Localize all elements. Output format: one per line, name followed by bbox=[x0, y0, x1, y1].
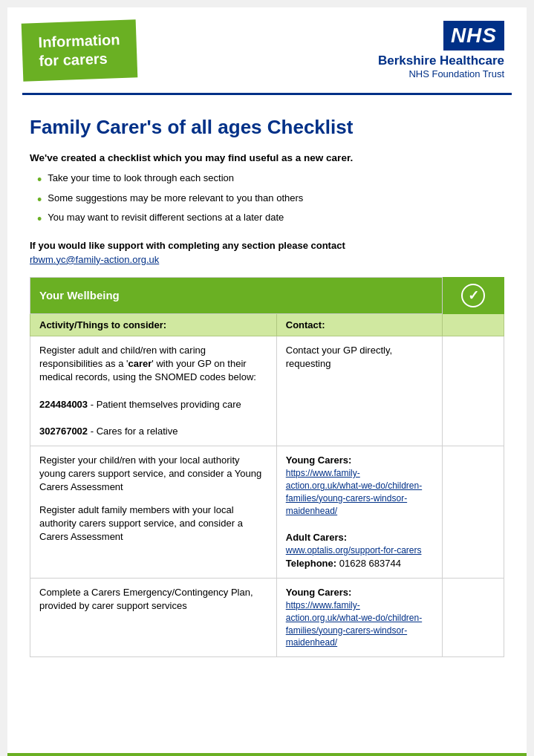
info-carers-badge: Information for carers bbox=[22, 19, 138, 81]
young-carers-label-2: Young Carers: bbox=[286, 454, 433, 467]
col-header-row: Activity/Things to consider: Contact: bbox=[30, 313, 504, 336]
page-title: Family Carer's of all ages Checklist bbox=[30, 116, 504, 139]
bullet-text-3: You may want to revisit different sectio… bbox=[48, 212, 284, 223]
young-carers-link-2[interactable]: https://www.family-action.org.uk/what-we… bbox=[286, 467, 433, 517]
table-row: Register adult and child/ren with caring… bbox=[30, 336, 504, 446]
snomed-desc-1: - Patient themselves providing care bbox=[91, 399, 241, 410]
section-header-row: Your Wellbeing ✓ bbox=[30, 277, 504, 313]
contact-email-link[interactable]: rbwm.yc@family-action.org.uk bbox=[30, 254, 504, 265]
telephone-number: 01628 683744 bbox=[339, 558, 401, 569]
main-content: Family Carer's of all ages Checklist We'… bbox=[7, 95, 527, 672]
header: Information for carers NHS Berkshire Hea… bbox=[7, 7, 527, 93]
check-cell-3 bbox=[443, 578, 504, 656]
bullet-text-1: Take your time to look through each sect… bbox=[48, 172, 234, 183]
bullet-dot-2: • bbox=[37, 192, 42, 209]
snomed-desc-2: - Cares for a relative bbox=[91, 426, 178, 437]
section-header-label: Your Wellbeing bbox=[30, 277, 443, 313]
bullet-dot-1: • bbox=[37, 172, 42, 189]
young-carers-label-3: Young Carers: bbox=[286, 586, 433, 599]
table-row: Register your child/ren with your local … bbox=[30, 446, 504, 579]
snomed-code-1: 224484003 bbox=[39, 399, 88, 410]
telephone-row: Telephone: 01628 683744 bbox=[286, 557, 433, 570]
section-check-cell: ✓ bbox=[443, 277, 504, 313]
adult-carers-label-2: Adult Carers: bbox=[286, 531, 433, 544]
contact-cell-1: Contact your GP directly, requesting bbox=[276, 336, 442, 446]
contact-col-header: Contact: bbox=[276, 313, 442, 336]
check-col-header bbox=[443, 313, 504, 336]
bullet-dot-3: • bbox=[37, 212, 42, 228]
check-cell-1 bbox=[443, 336, 504, 446]
badge-line1: Information bbox=[38, 31, 120, 50]
activity-cell-3: Complete a Carers Emergency/Contingency … bbox=[30, 578, 277, 656]
page: Information for carers NHS Berkshire Hea… bbox=[7, 7, 527, 756]
activity-cell-1: Register adult and child/ren with caring… bbox=[30, 336, 277, 446]
checklist-table: Your Wellbeing ✓ Activity/Things to cons… bbox=[30, 277, 504, 657]
contact-cell-3: Young Carers: https://www.family-action.… bbox=[276, 578, 442, 656]
bullet-list: • Take your time to look through each se… bbox=[30, 172, 504, 228]
contact-text-1: Contact your GP directly, requesting bbox=[286, 345, 392, 369]
nhs-logo-area: NHS Berkshire Healthcare NHS Foundation … bbox=[378, 21, 504, 79]
bullet-item-1: • Take your time to look through each se… bbox=[37, 172, 504, 189]
activity-cell-2: Register your child/ren with your local … bbox=[30, 446, 277, 579]
activity-col-header: Activity/Things to consider: bbox=[30, 313, 277, 336]
activity-para-2b: Register adult family members with your … bbox=[39, 504, 267, 544]
trust-subtitle: NHS Foundation Trust bbox=[408, 68, 504, 79]
adult-carers-link-2[interactable]: www.optalis.org/support-for-carers bbox=[286, 544, 433, 557]
badge-line2: for carers bbox=[39, 50, 108, 68]
contact-notice: If you would like support with completin… bbox=[30, 240, 504, 251]
intro-bold: We've created a checklist which you may … bbox=[30, 152, 504, 163]
trust-name: Berkshire Healthcare bbox=[378, 53, 504, 68]
bullet-item-3: • You may want to revisit different sect… bbox=[37, 212, 504, 228]
activity-para-2a: Register your child/ren with your local … bbox=[39, 454, 267, 495]
bullet-item-2: • Some suggestions may be more relevant … bbox=[37, 192, 504, 209]
snomed-code-2: 302767002 bbox=[39, 426, 88, 437]
table-row: Complete a Carers Emergency/Contingency … bbox=[30, 578, 504, 656]
young-carers-link-3[interactable]: https://www.family-action.org.uk/what-we… bbox=[286, 599, 433, 649]
activity-text-1: Register adult and child/ren with caring… bbox=[39, 345, 256, 382]
contact-cell-2: Young Carers: https://www.family-action.… bbox=[276, 446, 442, 579]
footer-bar bbox=[7, 753, 527, 756]
check-cell-2 bbox=[443, 446, 504, 579]
telephone-label: Telephone: bbox=[286, 558, 336, 569]
check-circle-icon: ✓ bbox=[461, 284, 485, 307]
bullet-text-2: Some suggestions may be more relevant to… bbox=[48, 192, 303, 203]
nhs-acronym: NHS bbox=[443, 21, 504, 50]
